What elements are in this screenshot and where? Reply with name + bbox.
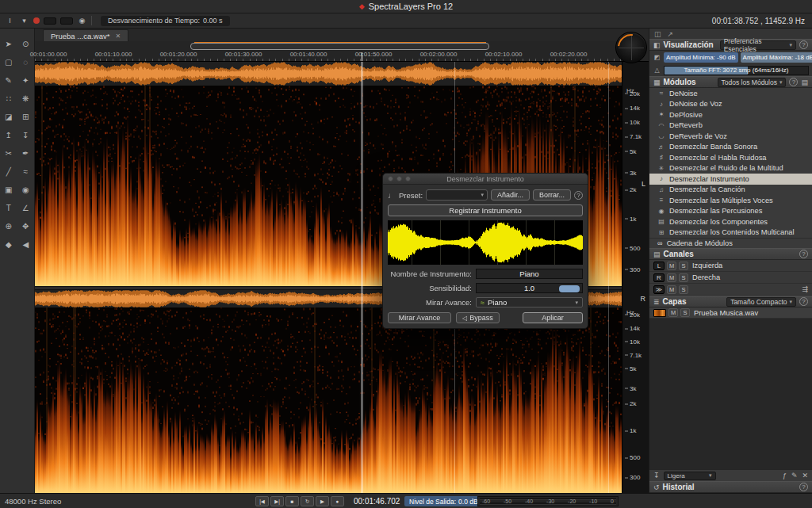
module-item[interactable]: ◡DeReverb de Voz bbox=[649, 131, 812, 142]
module-chain-row[interactable]: ∞ Cadena de Módulos bbox=[649, 238, 812, 248]
ibeam-tool-icon[interactable]: I bbox=[5, 16, 15, 26]
navigation-dial[interactable] bbox=[615, 32, 647, 63]
bypass-button[interactable]: ◁ Bypass bbox=[456, 312, 500, 323]
rectangle-select-tool[interactable]: ▢ bbox=[0, 55, 17, 70]
overview-zoom-range[interactable] bbox=[190, 43, 489, 50]
smooth-tool[interactable]: ≈ bbox=[17, 164, 35, 179]
channel-row[interactable]: LMSIzquierda bbox=[649, 260, 812, 272]
time-ruler[interactable]: 00:01:00.00000:01:10.00000:01:20.00000:0… bbox=[35, 41, 649, 62]
solo-button[interactable]: S bbox=[679, 285, 688, 294]
layer-fx-icon[interactable]: ƒ bbox=[783, 472, 787, 479]
module-item[interactable]: ♪Desmezclar Instrumento bbox=[649, 174, 812, 185]
knife-tool[interactable]: ╱ bbox=[0, 164, 17, 179]
apply-button[interactable]: Aplicar bbox=[523, 312, 583, 323]
record-indicator-icon[interactable] bbox=[33, 17, 40, 24]
skip-start-button[interactable]: |◀ bbox=[255, 496, 269, 506]
module-item[interactable]: ≡Desmezclar las Múltiples Voces bbox=[649, 195, 812, 206]
mute-button[interactable]: M bbox=[667, 273, 676, 282]
brush-select-tool[interactable]: ✎ bbox=[0, 73, 17, 88]
record-button[interactable]: ● bbox=[331, 496, 344, 506]
layer-blend-dropdown[interactable]: Ligera ▾ bbox=[664, 472, 716, 480]
3d-display-tool[interactable]: ◆ bbox=[0, 237, 17, 252]
routing-icon[interactable]: ⇶ bbox=[802, 285, 808, 293]
options-caret-icon[interactable]: ▾ bbox=[19, 16, 29, 26]
visualization-preset-dropdown[interactable]: Preferencias Esenciales ▾ bbox=[720, 40, 796, 50]
zoom-select-tool[interactable]: ⊙ bbox=[17, 36, 35, 52]
harmonic-select-tool[interactable]: ❋ bbox=[17, 91, 35, 106]
skip-end-button[interactable]: ▶| bbox=[270, 496, 284, 506]
sensitivity-slider-handle[interactable] bbox=[559, 285, 580, 292]
solo-button[interactable]: S bbox=[679, 273, 688, 282]
document-tab[interactable]: Prueba ...ca.wav* ✕ bbox=[43, 29, 128, 41]
module-item[interactable]: ♫Desmezclar la Canción bbox=[649, 185, 812, 196]
time-fade-value[interactable]: 0.00 s bbox=[203, 17, 223, 25]
waveform-overview-left[interactable] bbox=[35, 62, 622, 86]
layer-size-dropdown[interactable]: Tamaño Compacto ▾ bbox=[726, 297, 796, 307]
play-button[interactable]: ▶ bbox=[316, 496, 329, 506]
magnify-tool[interactable]: ⊕ bbox=[0, 219, 17, 234]
dialog-close-button[interactable] bbox=[388, 176, 393, 181]
dotted-select-tool[interactable]: ∷ bbox=[0, 91, 17, 106]
module-item[interactable]: ≈DeNoise bbox=[649, 88, 812, 99]
frame-tool[interactable]: ▣ bbox=[0, 182, 17, 197]
time-fade-control[interactable]: Desvanecimiento de Tiempo: 0.00 s bbox=[101, 16, 230, 26]
modules-grid-icon[interactable]: ▤ bbox=[801, 78, 808, 86]
module-item[interactable]: ◉Desmezclar las Percusiones bbox=[649, 206, 812, 217]
channel-key-chip[interactable]: ≫ bbox=[653, 285, 665, 294]
module-item[interactable]: ♬Desmezclar Banda Sonora bbox=[649, 142, 812, 153]
stop-button[interactable]: ■ bbox=[285, 496, 299, 506]
preview-source-dropdown[interactable]: ≈ Piano ▾ bbox=[476, 297, 583, 307]
lift-tool[interactable]: ↥ bbox=[0, 128, 17, 143]
eraser-tool[interactable]: ◪ bbox=[0, 109, 17, 124]
layer-row[interactable]: MSPrueba Musica.wav bbox=[649, 307, 812, 319]
fft-size-slider[interactable]: Tamaño FFT: 3072 smp (64ms/16Hz) bbox=[664, 66, 809, 75]
dialog-minimize-button[interactable] bbox=[396, 176, 402, 181]
transform-tool[interactable]: ➤ bbox=[0, 36, 17, 52]
module-item[interactable]: ▤Desmezclar los Componentes bbox=[649, 216, 812, 227]
tab-close-icon[interactable]: ✕ bbox=[115, 32, 121, 40]
measure-tool[interactable]: ∠ bbox=[17, 201, 35, 216]
amplitude-min-field[interactable]: Amplitud Mínima: -90 dB bbox=[664, 52, 738, 63]
modules-help-icon[interactable]: ? bbox=[789, 78, 798, 86]
cut-tool[interactable]: ✂ bbox=[0, 146, 17, 161]
layers-help-icon[interactable]: ? bbox=[799, 297, 808, 306]
preset-add-button[interactable]: Añadir... bbox=[491, 189, 530, 201]
module-item[interactable]: ◠DeReverb bbox=[649, 120, 812, 132]
delete-layer-icon[interactable]: ✕ bbox=[802, 472, 808, 479]
layer-solo-button[interactable]: S bbox=[680, 308, 690, 317]
dialog-zoom-button[interactable] bbox=[405, 176, 411, 181]
spectrogram-right-channel[interactable] bbox=[35, 307, 622, 493]
channel-key-chip[interactable]: L bbox=[653, 262, 665, 270]
mute-button[interactable]: M bbox=[667, 285, 676, 294]
channel-key-chip[interactable]: R bbox=[653, 273, 665, 282]
eye-icon[interactable]: ◉ bbox=[77, 16, 87, 26]
pan-tool[interactable]: ✥ bbox=[17, 219, 35, 234]
instrument-name-field[interactable]: Piano bbox=[476, 269, 583, 279]
help-icon[interactable]: ? bbox=[574, 191, 583, 200]
drop-tool[interactable]: ↧ bbox=[17, 128, 35, 143]
merge-layer-icon[interactable]: ↧ bbox=[653, 472, 660, 479]
channel-row[interactable]: ≫MS⇶ bbox=[649, 284, 812, 296]
dialog-title-bar[interactable]: Desmezclar Instrumento bbox=[383, 174, 588, 185]
clone-stamp-tool[interactable]: ⊞ bbox=[17, 109, 35, 124]
amplitude-max-field[interactable]: Amplitud Máxima: -18 dB bbox=[741, 52, 812, 63]
preset-delete-button[interactable]: Borrar... bbox=[533, 189, 571, 201]
text-tool[interactable]: T bbox=[0, 201, 17, 216]
channel-row[interactable]: RMSDerecha bbox=[649, 272, 812, 284]
pen-tool[interactable]: ✒ bbox=[17, 146, 35, 161]
display-toggle-a[interactable] bbox=[44, 17, 56, 25]
module-item[interactable]: ⊞Desmezclar los Contenidos Multicanal bbox=[649, 227, 812, 239]
module-item[interactable]: ✶DePlosive bbox=[649, 109, 812, 120]
dock-panel-icon[interactable]: ◫ bbox=[654, 30, 661, 38]
preset-dropdown[interactable]: ▾ bbox=[426, 189, 488, 201]
sensitivity-slider[interactable]: 1.0 bbox=[476, 283, 583, 293]
display-toggle-b[interactable] bbox=[60, 17, 73, 25]
solo-button[interactable]: S bbox=[679, 262, 688, 270]
edit-layer-icon[interactable]: ✎ bbox=[791, 472, 798, 479]
module-item[interactable]: ♪DeNoise de Voz bbox=[649, 99, 812, 110]
channels-help-icon[interactable]: ? bbox=[799, 250, 808, 258]
module-item[interactable]: ♯Desmezclar el Habla Ruidosa bbox=[649, 152, 812, 163]
module-item[interactable]: ✳Desmezclar el Ruido de la Multitud bbox=[649, 163, 812, 174]
register-instrument-button[interactable]: Registrar Instrumento bbox=[388, 204, 583, 216]
preview-button[interactable]: Mirar Avance bbox=[388, 312, 451, 323]
